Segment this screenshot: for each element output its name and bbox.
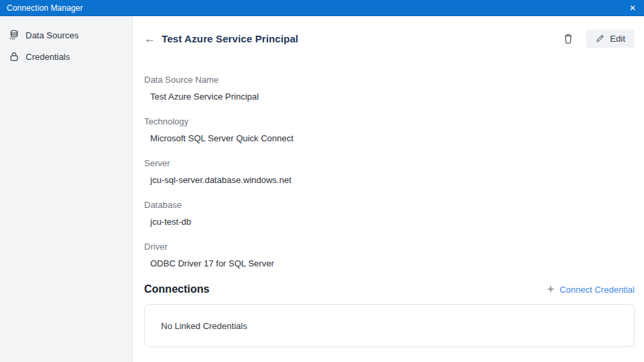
field-driver: Driver ODBC Driver 17 for SQL Server bbox=[144, 242, 635, 268]
window-title: Connection Manager bbox=[0, 3, 83, 13]
field-technology: Technology Microsoft SQL Server Quick Co… bbox=[144, 116, 635, 143]
field-value: Microsoft SQL Server Quick Connect bbox=[144, 133, 635, 143]
edit-button-label: Edit bbox=[610, 34, 625, 44]
lock-icon bbox=[9, 51, 20, 62]
field-value: Test Azure Service Principal bbox=[144, 92, 635, 102]
back-button[interactable]: ← bbox=[144, 33, 156, 44]
field-label: Data Source Name bbox=[144, 75, 635, 85]
close-icon: ✕ bbox=[629, 3, 636, 13]
sidebar-item-label: Credentials bbox=[26, 52, 70, 62]
detail-header: ← Test Azure Service Principal bbox=[144, 29, 635, 48]
plus-icon: + bbox=[547, 283, 554, 295]
header-actions: Edit bbox=[561, 30, 635, 48]
field-data-source-name: Data Source Name Test Azure Service Prin… bbox=[144, 75, 635, 102]
sidebar-item-data-sources[interactable]: Data Sources bbox=[0, 24, 132, 46]
field-value: ODBC Driver 17 for SQL Server bbox=[144, 258, 635, 268]
connect-credential-button[interactable]: + Connect Credential bbox=[547, 283, 635, 295]
back-arrow-icon: ← bbox=[144, 32, 156, 45]
field-label: Driver bbox=[144, 242, 635, 252]
sidebar-item-label: Data Sources bbox=[26, 30, 79, 40]
edit-button[interactable]: Edit bbox=[586, 30, 635, 48]
field-value: jcu-sql-server.database.windows.net bbox=[144, 175, 635, 185]
field-server: Server jcu-sql-server.database.windows.n… bbox=[144, 158, 635, 185]
database-icon bbox=[9, 30, 20, 40]
trash-icon bbox=[562, 33, 574, 44]
connect-credential-label: Connect Credential bbox=[560, 285, 635, 295]
empty-state-message: No Linked Credentials bbox=[161, 321, 247, 331]
sidebar: Data Sources Credentials bbox=[0, 16, 133, 362]
connections-heading: Connections bbox=[144, 283, 210, 295]
connections-header: Connections + Connect Credential bbox=[144, 283, 635, 295]
window-titlebar: Connection Manager ✕ bbox=[0, 0, 644, 16]
field-value: jcu-test-db bbox=[144, 217, 635, 227]
pencil-icon bbox=[595, 34, 605, 43]
field-label: Technology bbox=[144, 116, 635, 126]
delete-button[interactable] bbox=[561, 32, 575, 46]
field-label: Server bbox=[144, 158, 635, 168]
close-button[interactable]: ✕ bbox=[621, 0, 644, 15]
sidebar-item-credentials[interactable]: Credentials bbox=[0, 46, 132, 67]
field-list: Data Source Name Test Azure Service Prin… bbox=[144, 75, 635, 268]
main-panel: ← Test Azure Service Principal bbox=[133, 16, 644, 362]
linked-credentials-panel: No Linked Credentials bbox=[144, 304, 635, 347]
field-database: Database jcu-test-db bbox=[144, 200, 635, 227]
field-label: Database bbox=[144, 200, 635, 210]
page-title: Test Azure Service Principal bbox=[162, 33, 298, 44]
